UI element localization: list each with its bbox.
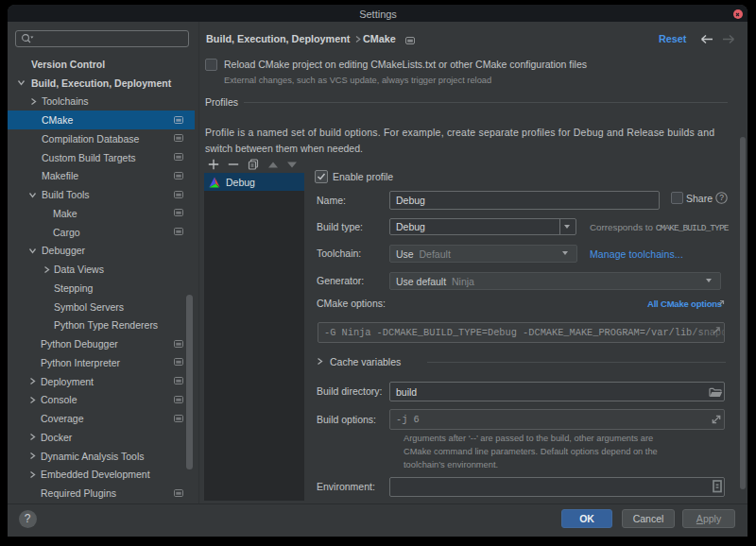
- svg-text:?: ?: [719, 193, 724, 202]
